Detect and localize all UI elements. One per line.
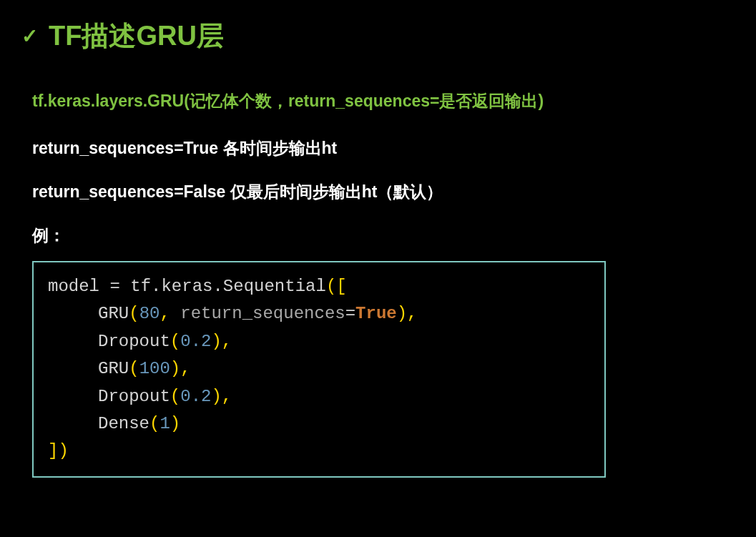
code-paren: ( xyxy=(129,359,139,378)
api-signature: tf.keras.layers.GRU(记忆体个数，return_sequenc… xyxy=(32,90,735,112)
checkmark-icon: ✓ xyxy=(21,24,38,48)
code-text: = xyxy=(109,277,119,296)
title-section: ✓ TF描述GRU层 xyxy=(21,18,735,54)
code-line-7: ]) xyxy=(48,438,590,465)
code-line-2: GRU(80, return_sequences=True), xyxy=(48,300,590,327)
code-number: 1 xyxy=(159,414,170,433)
code-line-4: GRU(100), xyxy=(48,355,590,383)
code-keyword: True xyxy=(355,304,397,323)
code-number: 0.2 xyxy=(180,387,211,406)
code-line-1: model = tf.keras.Sequential([ xyxy=(48,273,590,300)
code-paren: ( xyxy=(170,387,180,406)
code-text: = xyxy=(345,304,355,323)
code-paren: ( xyxy=(149,414,159,433)
content-section: tf.keras.layers.GRU(记忆体个数，return_sequenc… xyxy=(21,90,735,478)
code-block: model = tf.keras.Sequential([ GRU(80, re… xyxy=(32,261,606,478)
code-paren: ([ xyxy=(326,277,347,296)
code-paren: ), xyxy=(170,359,191,378)
code-text: GRU xyxy=(98,359,129,378)
code-paren: ) xyxy=(170,414,180,433)
param-true-line: return_sequences=True 各时间步输出ht xyxy=(32,137,735,159)
code-paren: ]) xyxy=(48,441,69,460)
code-text: model xyxy=(48,277,109,296)
code-text: GRU xyxy=(98,304,129,323)
code-text: Dropout xyxy=(98,387,170,406)
code-number: 80 xyxy=(139,304,160,323)
code-text: Dense xyxy=(98,414,149,433)
code-paren: ), xyxy=(397,304,418,323)
code-paren: ), xyxy=(211,332,232,351)
code-param: return_sequences xyxy=(180,304,345,323)
code-line-3: Dropout(0.2), xyxy=(48,328,590,355)
code-paren: ( xyxy=(129,304,139,323)
code-text: , xyxy=(159,304,180,323)
page-title: TF描述GRU层 xyxy=(49,18,224,54)
code-paren: ), xyxy=(211,387,232,406)
code-text: Dropout xyxy=(98,332,170,351)
param-false-line: return_sequences=False 仅最后时间步输出ht（默认） xyxy=(32,181,735,203)
code-line-6: Dense(1) xyxy=(48,410,590,438)
code-line-5: Dropout(0.2), xyxy=(48,383,590,410)
code-number: 0.2 xyxy=(180,332,211,351)
code-paren: ( xyxy=(170,332,180,351)
code-number: 100 xyxy=(139,359,170,378)
code-text: tf.keras.Sequential xyxy=(120,277,326,296)
example-label: 例： xyxy=(32,225,735,247)
